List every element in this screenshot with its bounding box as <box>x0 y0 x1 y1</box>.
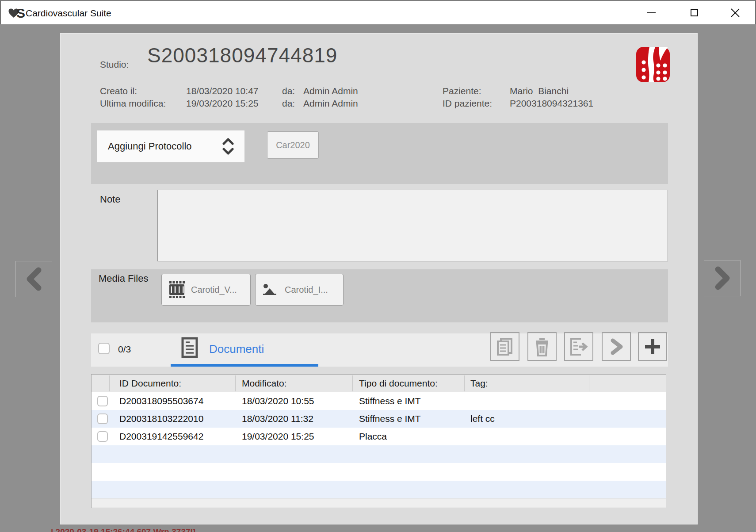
media-files-label: Media Files <box>99 273 148 284</box>
app-window: { "window": { "title": "Cardiovascular S… <box>0 0 756 532</box>
cell-type: Stiffness e IMT <box>359 410 421 428</box>
delete-document-button[interactable] <box>527 332 557 361</box>
chevron-right-icon <box>607 337 625 356</box>
app-logo-icon: S <box>8 6 25 20</box>
add-document-button[interactable] <box>638 332 667 361</box>
study-id: S200318094744819 <box>147 43 337 67</box>
patient-id-label: ID paziente: <box>443 98 492 109</box>
trash-icon <box>533 337 551 356</box>
image-icon <box>262 282 279 297</box>
copy-document-icon <box>496 337 514 356</box>
status-log-line: | 2020-03-19 15:26:44.607 Wrn 3737i] ... <box>51 527 205 532</box>
header-id: ID Documento: <box>119 375 181 392</box>
note-label: Note <box>100 194 120 205</box>
created-date: 18/03/2020 10:47 <box>186 86 259 96</box>
row-checkbox[interactable] <box>97 413 108 424</box>
protocol-tag-button[interactable]: Car2020 <box>267 131 319 159</box>
cell-type: Placca <box>359 428 387 445</box>
logo-s-letter: S <box>16 6 25 21</box>
cell-type: Stiffness e IMT <box>359 392 421 410</box>
documents-table: ID Documento: Modificato: Tipo di docume… <box>91 374 666 508</box>
copy-document-button[interactable] <box>490 332 519 361</box>
open-document-button[interactable] <box>602 332 631 361</box>
updown-chevron-icon <box>221 137 236 156</box>
header-tag: Tag: <box>470 375 488 392</box>
table-footer-strip <box>92 498 666 508</box>
header-separator <box>109 375 110 391</box>
plus-icon <box>643 337 662 356</box>
header-type: Tipo di documento: <box>359 375 438 392</box>
patient-label: Paziente: <box>443 86 481 96</box>
maximize-icon <box>691 9 698 16</box>
export-document-icon <box>569 337 589 356</box>
window-title: Cardiovascular Suite <box>26 1 111 25</box>
study-label: Studio: <box>100 59 129 70</box>
media-file-name: Carotid_I... <box>285 285 328 295</box>
cell-tag: left cc <box>470 410 495 428</box>
chevron-right-icon <box>711 266 734 291</box>
add-protocol-label: Aggiungi Protocollo <box>108 141 192 152</box>
select-all-checkbox[interactable] <box>98 343 110 354</box>
row-checkbox[interactable] <box>97 396 108 406</box>
document-icon <box>181 337 199 360</box>
empty-row <box>92 463 666 481</box>
modified-by-label: da: <box>282 98 295 109</box>
add-protocol-dropdown[interactable]: Aggiungi Protocollo <box>97 130 244 162</box>
maximize-button[interactable] <box>680 1 708 24</box>
cell-modified: 19/03/2020 15:25 <box>242 428 314 445</box>
media-file-image[interactable]: Carotid_I... <box>255 274 344 306</box>
close-button[interactable] <box>722 1 749 24</box>
tab-active-underline <box>171 364 318 367</box>
minimize-button[interactable] <box>638 1 665 24</box>
chevron-left-icon <box>23 267 46 291</box>
empty-row <box>92 481 666 498</box>
export-document-button[interactable] <box>564 332 593 361</box>
table-row[interactable]: D200319142559642 19/03/2020 15:25 Placca <box>92 428 666 445</box>
next-study-button[interactable] <box>704 260 741 296</box>
cell-modified: 18/03/2020 10:55 <box>242 392 314 410</box>
carotid-suite-logo-icon <box>636 47 670 82</box>
table-row[interactable]: D200318095503674 18/03/2020 10:55 Stiffn… <box>92 392 666 410</box>
cell-id: D200318103222010 <box>119 410 203 428</box>
created-by: Admin Admin <box>303 86 358 96</box>
patient-id: P200318094321361 <box>510 98 593 109</box>
header-separator <box>464 375 465 391</box>
patient-name: Mario Bianchi <box>510 86 569 96</box>
media-file-name: Carotid_V... <box>191 285 237 295</box>
minimize-icon <box>647 12 656 13</box>
close-icon <box>730 8 740 18</box>
modified-by: Admin Admin <box>303 98 358 109</box>
modified-label: Ultima modifica: <box>100 98 166 109</box>
header-modified: Modificato: <box>242 375 287 392</box>
cell-id: D200318095503674 <box>119 392 203 410</box>
note-textarea[interactable] <box>157 190 668 261</box>
tab-documenti[interactable]: Documenti <box>209 342 264 356</box>
created-label: Creato il: <box>100 86 137 96</box>
selected-count: 0/3 <box>118 344 131 355</box>
created-by-label: da: <box>282 86 295 96</box>
table-row[interactable]: D200318103222010 18/03/2020 11:32 Stiffn… <box>92 410 666 428</box>
film-icon <box>168 281 186 298</box>
media-file-video[interactable]: Carotid_V... <box>161 274 251 306</box>
window-titlebar: S Cardiovascular Suite <box>0 0 756 24</box>
study-detail-panel: Studio: S200318094744819 Creato il: 18/0… <box>60 33 698 524</box>
modified-date: 19/03/2020 15:25 <box>186 98 259 109</box>
cell-id: D200319142559642 <box>119 428 203 445</box>
table-header: ID Documento: Modificato: Tipo di docume… <box>92 375 666 392</box>
cell-modified: 18/03/2020 11:32 <box>242 410 313 428</box>
empty-row <box>92 445 666 463</box>
row-checkbox[interactable] <box>97 431 108 442</box>
header-separator <box>235 375 236 391</box>
previous-study-button[interactable] <box>15 261 52 297</box>
header-separator <box>589 375 589 391</box>
header-separator <box>352 375 353 391</box>
